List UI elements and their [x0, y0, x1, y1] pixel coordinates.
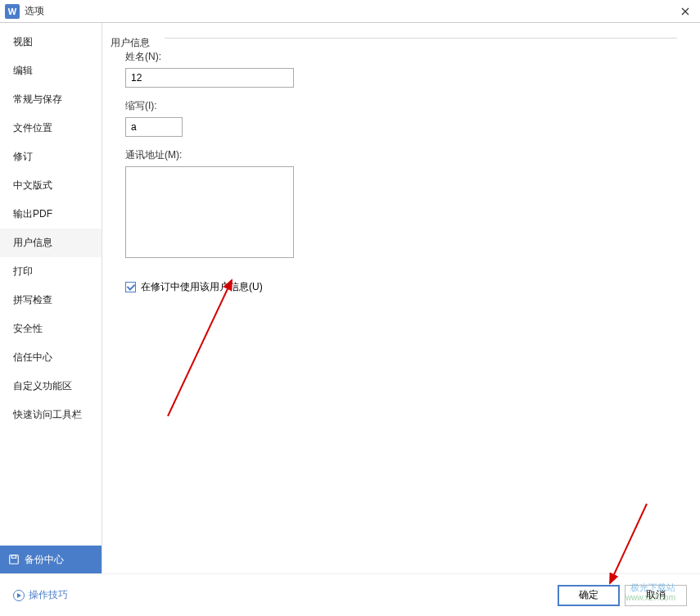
sidebar-item-security[interactable]: 安全性: [0, 315, 102, 343]
sidebar-item-file-location[interactable]: 文件位置: [0, 114, 102, 143]
name-label: 姓名(N):: [125, 50, 677, 64]
backup-center-label: 备份中心: [25, 553, 64, 567]
sidebar-item-quick-access[interactable]: 快速访问工具栏: [0, 401, 102, 429]
ok-button[interactable]: 确定: [558, 585, 620, 606]
use-in-revision-label: 在修订中使用该用户信息(U): [141, 280, 263, 294]
sidebar-item-trust-center[interactable]: 信任中心: [0, 343, 102, 372]
sidebar-item-edit[interactable]: 编辑: [0, 57, 102, 85]
sidebar-item-chinese-layout[interactable]: 中文版式: [0, 171, 102, 200]
address-group: 通讯地址(M):: [125, 148, 677, 260]
backup-center-button[interactable]: 备份中心: [0, 546, 102, 573]
sidebar: 视图 编辑 常规与保存 文件位置 修订 中文版式 输出PDF 用户信息 打印 拼…: [0, 23, 102, 573]
initials-label: 缩写(I):: [125, 99, 677, 113]
sidebar-item-print[interactable]: 打印: [0, 257, 102, 286]
sidebar-item-export-pdf[interactable]: 输出PDF: [0, 200, 102, 229]
sidebar-item-spellcheck[interactable]: 拼写检查: [0, 286, 102, 315]
initials-input[interactable]: [125, 117, 183, 137]
titlebar: W 选项: [0, 0, 700, 23]
play-icon: [13, 590, 25, 601]
content-panel: 用户信息 姓名(N): 缩写(I): 通讯地址(M): 在修订中使用该用户信息(…: [102, 23, 700, 573]
section-divider: [165, 38, 677, 38]
dialog-body: 视图 编辑 常规与保存 文件位置 修订 中文版式 输出PDF 用户信息 打印 拼…: [0, 23, 700, 573]
dialog-footer: 操作技巧 确定 取消: [0, 573, 700, 616]
sidebar-item-general-save[interactable]: 常规与保存: [0, 85, 102, 114]
sidebar-item-view[interactable]: 视图: [0, 28, 102, 57]
address-label: 通讯地址(M):: [125, 148, 677, 162]
user-info-section: 用户信息 姓名(N): 缩写(I): 通讯地址(M): 在修订中使用该用户信息(…: [111, 38, 685, 294]
tips-link[interactable]: 操作技巧: [13, 588, 68, 602]
initials-group: 缩写(I):: [125, 99, 677, 137]
dialog-title: 选项: [25, 4, 675, 18]
svg-rect-0: [10, 555, 19, 564]
cancel-button[interactable]: 取消: [625, 585, 687, 606]
tips-label: 操作技巧: [29, 588, 68, 602]
svg-line-2: [168, 280, 232, 416]
app-icon: W: [5, 4, 20, 19]
svg-rect-1: [11, 555, 16, 559]
section-title: 用户信息: [111, 36, 153, 50]
sidebar-item-revision[interactable]: 修订: [0, 143, 102, 171]
use-in-revision-checkbox[interactable]: [125, 282, 136, 292]
sidebar-list: 视图 编辑 常规与保存 文件位置 修订 中文版式 输出PDF 用户信息 打印 拼…: [0, 28, 102, 546]
sidebar-item-customize-ribbon[interactable]: 自定义功能区: [0, 372, 102, 401]
use-in-revision-row: 在修订中使用该用户信息(U): [125, 280, 677, 294]
name-input[interactable]: [125, 68, 294, 88]
address-textarea[interactable]: [125, 166, 294, 258]
close-icon: [681, 7, 689, 16]
sidebar-item-user-info[interactable]: 用户信息: [0, 229, 102, 257]
name-group: 姓名(N):: [125, 50, 677, 88]
close-button[interactable]: [675, 3, 695, 20]
backup-icon: [8, 554, 20, 565]
